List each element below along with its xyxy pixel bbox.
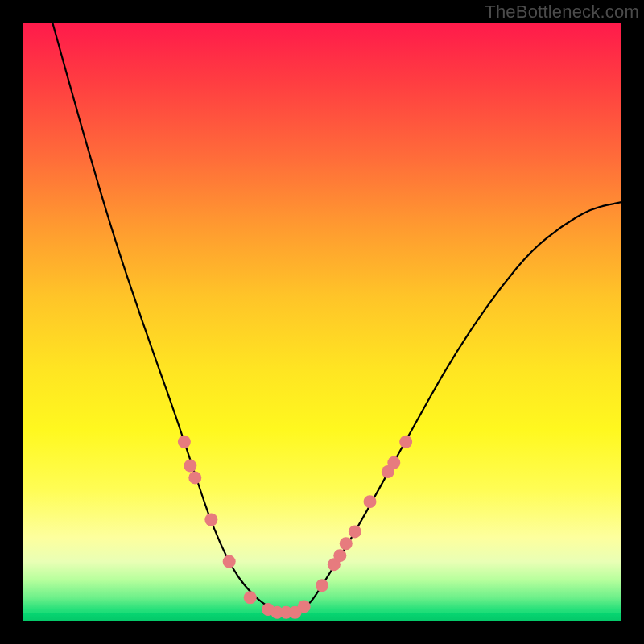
data-marker	[244, 591, 257, 604]
data-marker	[349, 525, 361, 538]
chart-svg	[23, 23, 621, 621]
data-marker	[340, 537, 353, 550]
data-marker	[387, 456, 400, 469]
chart-frame: TheBottleneck.com	[0, 0, 644, 644]
data-marker	[316, 579, 328, 592]
data-marker	[184, 460, 196, 473]
watermark-text: TheBottleneck.com	[485, 2, 639, 23]
bottleneck-curve-path	[52, 23, 621, 613]
data-marker	[204, 514, 217, 526]
data-marker	[178, 436, 191, 448]
data-marker	[364, 495, 377, 508]
data-marker	[298, 600, 311, 613]
data-marker	[188, 471, 201, 484]
data-marker	[399, 436, 412, 448]
data-marker	[333, 549, 346, 562]
plot-area	[23, 23, 621, 621]
data-marker	[223, 555, 236, 568]
curve-group	[52, 23, 621, 613]
